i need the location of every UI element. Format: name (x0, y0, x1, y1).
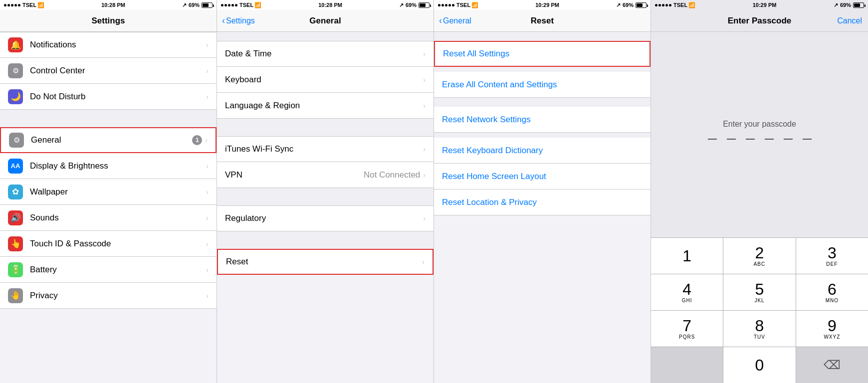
reset-home-screen-label: Reset Home Screen Layout (442, 172, 643, 182)
wifi-icon-1: 📶 (37, 2, 44, 8)
nav-title-passcode: Enter Passcode (728, 16, 792, 26)
sidebar-item-control-center[interactable]: ⚙ Control Center › (0, 58, 217, 84)
general-section-1: Date & Time › Keyboard › Language & Regi… (217, 41, 434, 119)
battery-chevron: › (206, 266, 209, 274)
key-5-letters: JKL (754, 298, 764, 303)
passcode-dash-2 (727, 139, 736, 140)
nav-bar-settings: Settings (0, 10, 217, 32)
gps-icon-3: ↗ (616, 2, 621, 8)
battery-pct-2: 69% (406, 2, 417, 8)
sidebar-item-notifications[interactable]: 🔔 Notifications › (0, 32, 217, 58)
reset-all-settings-label: Reset All Settings (443, 49, 642, 59)
separator-r1 (434, 67, 651, 72)
key-0[interactable]: 0 (723, 347, 796, 383)
wifi-icon-4: 📶 (688, 2, 695, 8)
key-7-number: 7 (682, 318, 691, 334)
passcode-prompt: Enter your passcode (723, 120, 796, 129)
key-6[interactable]: 6 MNO (796, 274, 868, 310)
back-to-general[interactable]: ‹ General (439, 15, 471, 26)
time-2: 10:28 PM (318, 2, 342, 8)
carrier-4: TSEL (673, 2, 687, 8)
key-delete[interactable]: ⌫ (796, 347, 868, 383)
sidebar-item-display-brightness[interactable]: AA Display & Brightness › (0, 153, 217, 179)
general-item-regulatory[interactable]: Regulatory › (217, 205, 434, 231)
sidebar-item-sounds[interactable]: 🔊 Sounds › (0, 205, 217, 231)
sidebar-item-battery[interactable]: 🔋 Battery › (0, 257, 217, 283)
keyboard-label: Keyboard (225, 75, 423, 85)
touch-id-chevron: › (206, 240, 209, 248)
carrier-2: TSEL (239, 2, 253, 8)
gps-icon-1: ↗ (182, 2, 187, 8)
general-icon: ⚙ (9, 133, 24, 148)
key-3-letters: DEF (826, 261, 838, 267)
general-item-reset[interactable]: Reset › (217, 249, 434, 275)
time-3: 10:29 PM (535, 2, 559, 8)
sidebar-item-do-not-disturb[interactable]: 🌙 Do Not Disturb › (0, 84, 217, 110)
general-item-vpn[interactable]: VPN Not Connected › (217, 162, 434, 188)
passcode-dash-3 (746, 139, 755, 140)
touch-id-icon: 👆 (8, 236, 23, 251)
key-9[interactable]: 9 WXYZ (796, 311, 868, 347)
general-item-keyboard[interactable]: Keyboard › (217, 67, 434, 93)
key-9-number: 9 (828, 318, 837, 334)
vpn-chevron: › (423, 171, 426, 179)
nav-title-general: General (309, 16, 341, 26)
key-1[interactable]: 1 (651, 238, 723, 274)
notifications-icon: 🔔 (8, 37, 23, 52)
reset-item-location[interactable]: Reset Location & Privacy (434, 190, 651, 215)
reset-item-erase-all[interactable]: Erase All Content and Settings (434, 72, 651, 98)
key-2[interactable]: 2 ABC (723, 238, 796, 274)
language-chevron: › (423, 102, 426, 110)
status-right-2: ↗ 69% (399, 2, 430, 8)
reset-item-keyboard[interactable]: Reset Keyboard Dictionary (434, 138, 651, 164)
general-section-4: Reset › (217, 249, 434, 275)
battery-pct-1: 69% (189, 2, 200, 8)
passcode-dash-6 (803, 139, 812, 140)
date-time-chevron: › (423, 50, 426, 58)
back-chevron-general: ‹ (222, 15, 225, 26)
sidebar-item-general[interactable]: ⚙ General 1 › (0, 127, 217, 153)
key-3[interactable]: 3 DEF (796, 238, 868, 274)
section-1: 🔔 Notifications › ⚙ Control Center › 🌙 D… (0, 32, 217, 110)
general-badge: 1 (192, 135, 202, 145)
key-4[interactable]: 4 GHI (651, 274, 723, 310)
delete-icon: ⌫ (824, 358, 841, 372)
do-not-disturb-icon: 🌙 (8, 89, 23, 104)
back-label-general: Settings (226, 16, 255, 25)
key-7[interactable]: 7 PQRS (651, 311, 723, 347)
key-2-number: 2 (755, 245, 764, 261)
sidebar-item-touch-id[interactable]: 👆 Touch ID & Passcode › (0, 231, 217, 257)
separator-g3 (217, 231, 434, 249)
passcode-dash-5 (784, 139, 793, 140)
reset-item-all-settings[interactable]: Reset All Settings (434, 41, 651, 67)
cancel-button[interactable]: Cancel (837, 16, 862, 25)
back-to-settings[interactable]: ‹ Settings (222, 15, 255, 26)
sounds-label: Sounds (30, 213, 206, 223)
separator-g1 (217, 119, 434, 136)
key-6-letters: MNO (826, 298, 839, 303)
settings-panel: TSEL 📶 10:28 PM ↗ 69% Settings 🔔 Notific… (0, 0, 217, 383)
signal-dots-2 (221, 4, 237, 6)
sidebar-item-privacy[interactable]: 🤚 Privacy › (0, 283, 217, 309)
reset-item-network[interactable]: Reset Network Settings (434, 107, 651, 133)
reset-location-label: Reset Location & Privacy (442, 197, 643, 207)
dot4 (14, 4, 17, 6)
reset-list: Reset All Settings Erase All Content and… (434, 32, 651, 383)
reset-keyboard-label: Reset Keyboard Dictionary (442, 146, 643, 156)
general-item-language[interactable]: Language & Region › (217, 93, 434, 119)
date-time-label: Date & Time (225, 49, 423, 59)
privacy-icon: 🤚 (8, 288, 23, 303)
passcode-panel: TSEL 📶 10:29 PM ↗ 69% Enter Passcode Can… (651, 0, 868, 383)
key-5[interactable]: 5 JKL (723, 274, 796, 310)
general-item-date-time[interactable]: Date & Time › (217, 41, 434, 67)
key-8[interactable]: 8 TUV (723, 311, 796, 347)
reset-label: Reset (226, 257, 422, 267)
general-item-itunes[interactable]: iTunes Wi-Fi Sync › (217, 136, 434, 162)
reset-item-home-screen[interactable]: Reset Home Screen Layout (434, 164, 651, 190)
sidebar-item-wallpaper[interactable]: ✿ Wallpaper › (0, 179, 217, 205)
key-empty (651, 347, 723, 383)
reset-network-label: Reset Network Settings (442, 115, 643, 125)
status-left-3: TSEL 📶 (438, 2, 478, 8)
display-brightness-label: Display & Brightness (30, 161, 206, 171)
nav-bar-passcode: Enter Passcode Cancel (651, 10, 868, 32)
